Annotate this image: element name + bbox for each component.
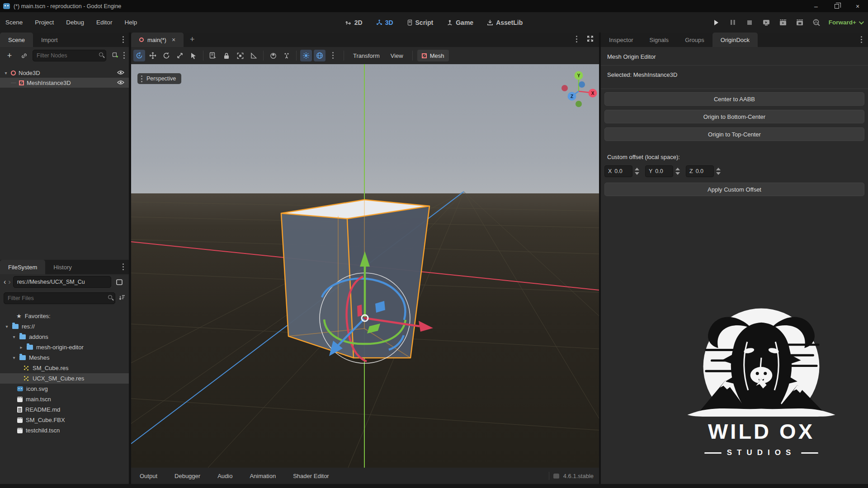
collapse-icon[interactable]: ▾: [5, 324, 9, 329]
file-row-main-tscn[interactable]: main.tscn: [0, 394, 129, 404]
file-row-res[interactable]: ▾res://: [0, 321, 129, 332]
file-row-sm-cube-res[interactable]: SM_Cube.res: [0, 363, 129, 373]
preview-options-icon[interactable]: [327, 50, 339, 61]
nav-forward-button[interactable]: ›: [8, 278, 10, 286]
workspace-game[interactable]: Game: [447, 19, 473, 26]
close-tab-icon[interactable]: ×: [172, 36, 175, 43]
transform-menu[interactable]: Transform: [349, 52, 384, 59]
mesh-menu[interactable]: Mesh: [417, 50, 449, 61]
move-mode-button[interactable]: [147, 50, 159, 61]
tab-audio[interactable]: Audio: [209, 473, 241, 479]
tab-history[interactable]: History: [45, 260, 80, 274]
lock-button[interactable]: [221, 50, 232, 61]
offset-y-spinbox[interactable]: Y0.0: [645, 165, 680, 177]
instance-scene-button[interactable]: [18, 50, 30, 61]
file-row-icon-svg[interactable]: icon.svg: [0, 384, 129, 394]
tab-filesystem[interactable]: FileSystem: [0, 260, 45, 274]
filter-files-input[interactable]: [4, 292, 115, 304]
workspace-3d[interactable]: 3D: [376, 19, 393, 26]
view-menu[interactable]: View: [386, 52, 408, 59]
expand-viewport-icon[interactable]: [587, 35, 594, 43]
attach-script-button[interactable]: [109, 50, 121, 61]
visibility-eye-icon[interactable]: [117, 70, 124, 76]
tab-import[interactable]: Import: [33, 33, 66, 47]
collapse-icon[interactable]: ▾: [12, 355, 16, 360]
skeleton-options-button[interactable]: [281, 50, 292, 61]
file-row-meshes[interactable]: ▾Meshes: [0, 352, 129, 363]
workspace-script[interactable]: Script: [407, 19, 434, 26]
workspace-assetlib[interactable]: AssetLib: [487, 19, 523, 26]
play-button[interactable]: [712, 18, 721, 27]
movie-folder-button[interactable]: [795, 18, 804, 27]
new-tab-button[interactable]: +: [190, 35, 195, 44]
tab-animation[interactable]: Animation: [241, 473, 284, 479]
collapse-icon[interactable]: ▾: [4, 70, 8, 75]
movie-writer-button[interactable]: [778, 18, 788, 27]
version-label[interactable]: 4.6.1.stable: [563, 473, 594, 479]
nav-back-button[interactable]: ‹: [4, 278, 6, 286]
tab-groups[interactable]: Groups: [677, 33, 712, 47]
file-row-addons[interactable]: ▾addons: [0, 332, 129, 342]
path-input[interactable]: [13, 276, 111, 288]
offset-x-spinbox[interactable]: X0.0: [604, 165, 639, 177]
spin-arrows[interactable]: [675, 168, 680, 175]
file-row-mesh-origin-editor[interactable]: ▸mesh-origin-editor: [0, 342, 129, 352]
filter-nodes-input[interactable]: [33, 50, 106, 61]
tab-inspector[interactable]: Inspector: [601, 33, 641, 47]
select-mode-button[interactable]: [133, 50, 145, 61]
preview-sun-toggle[interactable]: [300, 50, 312, 61]
tab-scene[interactable]: Scene: [0, 33, 33, 47]
scale-mode-button[interactable]: [174, 50, 186, 61]
remote-debug-button[interactable]: [762, 18, 771, 27]
dock-menu-icon[interactable]: [861, 36, 863, 43]
spin-arrows[interactable]: [635, 168, 639, 175]
preview-environment-toggle[interactable]: [314, 50, 326, 61]
expand-icon[interactable]: ▸: [19, 345, 24, 350]
camera-preview-button[interactable]: [267, 50, 279, 61]
workspace-2d[interactable]: 2D: [345, 19, 363, 26]
scene-tree-menu-icon[interactable]: [123, 52, 125, 59]
close-button[interactable]: ×: [847, 0, 868, 12]
perspective-button[interactable]: Perspective: [137, 73, 181, 84]
minimize-button[interactable]: –: [806, 0, 826, 12]
origin-to-bottom-center-button[interactable]: Origin to Bottom-Center: [604, 110, 864, 123]
tab-signals[interactable]: Signals: [641, 33, 677, 47]
scene-dock-menu-icon[interactable]: [123, 36, 124, 43]
center-to-aabb-button[interactable]: Center to AABB: [604, 92, 864, 106]
tab-origindock[interactable]: OriginDock: [712, 33, 758, 47]
filesystem-dock-menu-icon[interactable]: [123, 263, 124, 271]
tree-row-node3d[interactable]: ▾ Node3D: [0, 68, 129, 78]
profiler-button[interactable]: [812, 18, 821, 27]
apply-custom-offset-button[interactable]: Apply Custom Offset: [604, 183, 864, 196]
tree-row-meshinstance3d[interactable]: MeshInstance3D: [0, 78, 129, 88]
file-row-sm-cube-fbx[interactable]: SM_Cube.FBX: [0, 415, 129, 425]
tab-debugger[interactable]: Debugger: [166, 473, 209, 479]
offset-z-spinbox[interactable]: Z0.0: [686, 165, 721, 177]
tab-shader-editor[interactable]: Shader Editor: [284, 473, 338, 479]
file-row-favorites[interactable]: ★Favorites:: [0, 311, 129, 321]
visibility-eye-icon[interactable]: [117, 80, 124, 86]
select-rect-button[interactable]: [207, 50, 219, 61]
stop-button[interactable]: [745, 18, 754, 27]
split-view-icon[interactable]: [113, 276, 125, 288]
tab-main-scene[interactable]: main(*) ×: [131, 33, 184, 47]
title-bar: (*) main.tscn - reproduction - Godot Eng…: [0, 0, 868, 12]
sort-files-icon[interactable]: [119, 295, 125, 302]
add-node-button[interactable]: +: [4, 50, 15, 61]
selection-list-button[interactable]: [188, 50, 199, 61]
group-button[interactable]: [234, 50, 246, 61]
collapse-icon[interactable]: ▾: [12, 334, 16, 339]
file-row-readme[interactable]: README.md: [0, 404, 129, 415]
tab-output[interactable]: Output: [131, 473, 166, 479]
viewport-3d[interactable]: Y X Z Perspective: [131, 64, 599, 468]
file-row-testchild-tscn[interactable]: testchild.tscn: [0, 425, 129, 436]
file-row-ucx-sm-cube-res[interactable]: UCX_SM_Cube.res: [0, 373, 129, 384]
origin-to-top-center-button[interactable]: Origin to Top-Center: [604, 127, 864, 141]
ruler-button[interactable]: [248, 50, 259, 61]
rotate-mode-button[interactable]: [160, 50, 172, 61]
tab-list-menu-icon[interactable]: [576, 36, 578, 43]
pause-button[interactable]: [728, 18, 737, 27]
renderer-selector[interactable]: Forward+: [829, 19, 863, 26]
restore-button[interactable]: [826, 0, 847, 12]
spin-arrows[interactable]: [716, 168, 721, 175]
